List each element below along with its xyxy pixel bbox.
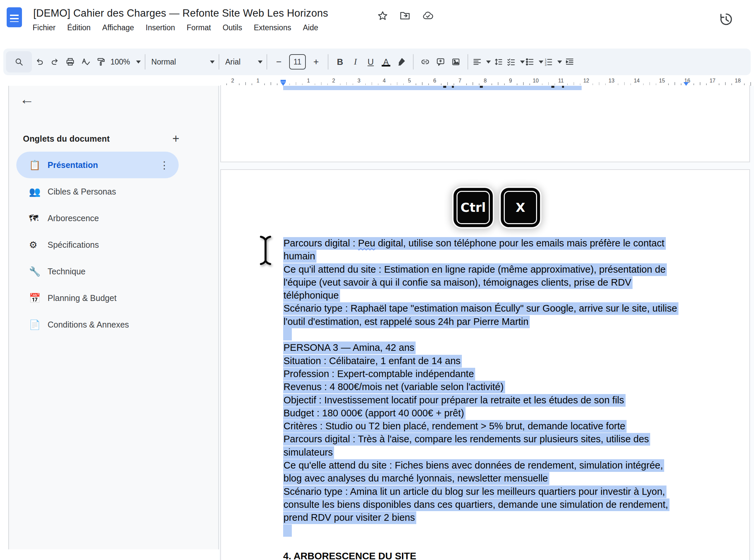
doc-line[interactable]: l'équipe (veut savoir à qui il confie sa… — [283, 276, 752, 289]
ruler-number: 2 — [332, 78, 335, 84]
tab-label: Arborescence — [47, 214, 99, 223]
font-size-increase-button[interactable]: + — [308, 53, 324, 71]
print-button[interactable] — [62, 53, 78, 71]
toolbar-divider — [267, 54, 267, 69]
tab-cibles-personas[interactable]: 👥 Cibles & Personas — [16, 178, 179, 205]
next-section-heading[interactable]: 4. ARBORESCENCE DU SITE — [283, 551, 416, 560]
tab-planning-budget[interactable]: 📅 Planning & Budget — [16, 285, 179, 311]
star-icon[interactable] — [377, 10, 389, 22]
menu-aide[interactable]: Aide — [303, 23, 318, 32]
font-select[interactable]: Arial — [223, 53, 263, 71]
highlight-color-button[interactable] — [394, 53, 409, 71]
doc-line[interactable]: blog avec analyses du marché lyonnais, n… — [283, 472, 752, 485]
insert-comment-button[interactable] — [433, 53, 448, 71]
spellcheck-button[interactable] — [78, 53, 93, 71]
svg-text:3: 3 — [545, 63, 546, 66]
menu-affichage[interactable]: Affichage — [102, 23, 134, 32]
doc-line[interactable]: Profession : Expert-comptable indépendan… — [283, 367, 752, 380]
doc-line[interactable]: Parcours digital : Peu digital, utilise … — [283, 237, 752, 250]
document-canvas[interactable]: Parcours digital : Peu digital, utilise … — [219, 86, 754, 560]
main-toolbar: 100%NormalArial−11+BIUA123 — [3, 48, 751, 75]
zoom-select[interactable]: 100% — [109, 53, 141, 71]
tab-conditions-annexes[interactable]: 📄 Conditions & Annexes — [16, 311, 179, 338]
numbered-list-button[interactable]: 123 — [543, 53, 562, 71]
ruler-number: 2 — [231, 78, 234, 84]
selected-text-block[interactable]: Parcours digital : Peu digital, utilise … — [283, 237, 752, 537]
bold-button[interactable]: B — [332, 53, 348, 71]
tab-label: Présentation — [47, 160, 98, 170]
line-spacing-button[interactable] — [491, 53, 506, 71]
tab-arborescence[interactable]: 🗺 Arborescence — [16, 205, 179, 232]
font-size-value[interactable]: 11 — [287, 53, 308, 71]
ctrl-key-overlay: Ctrl — [453, 188, 493, 227]
menu-extensions[interactable]: Extensions — [254, 23, 291, 32]
tab-technique[interactable]: 🔧 Technique — [16, 258, 179, 285]
add-tab-button[interactable]: + — [172, 132, 179, 146]
ruler-number: 8 — [484, 78, 487, 84]
doc-line[interactable]: Scénario type : Amina lit un article du … — [283, 485, 752, 498]
align-button[interactable] — [472, 53, 491, 71]
indent-button[interactable] — [562, 53, 577, 71]
doc-line[interactable] — [283, 524, 752, 537]
redo-button[interactable] — [47, 53, 62, 71]
doc-line[interactable]: Critères : Studio ou T2 bien placé, rend… — [283, 420, 752, 433]
search-button[interactable] — [6, 51, 32, 73]
menu-edition[interactable]: Édition — [67, 23, 91, 32]
menu-fichier[interactable]: Fichier — [33, 23, 56, 32]
ruler-number: 18 — [735, 78, 741, 84]
back-arrow-icon[interactable]: ← — [20, 92, 34, 106]
page-1[interactable] — [220, 85, 750, 162]
menu-insertion[interactable]: Insertion — [146, 23, 175, 32]
paragraph-style-select[interactable]: Normal — [149, 53, 215, 71]
tab-label: Planning & Budget — [47, 293, 116, 303]
clipped-selected-line — [283, 86, 582, 90]
checklist-button[interactable] — [506, 53, 525, 71]
doc-line[interactable]: Objectif : Investissement locatif pour p… — [283, 394, 752, 407]
bulleted-list-button[interactable] — [525, 53, 543, 71]
move-folder-icon[interactable] — [399, 10, 411, 22]
menu-outils[interactable]: Outils — [223, 23, 242, 32]
docs-logo-icon[interactable] — [7, 7, 22, 27]
toolbar-divider — [413, 54, 413, 69]
doc-line[interactable]: Ce qu'elle attend du site : Fiches biens… — [283, 459, 752, 472]
insert-image-button[interactable] — [448, 53, 464, 71]
insert-link-button[interactable] — [418, 53, 433, 71]
text-color-button[interactable]: A — [378, 53, 394, 71]
tab-icon: 🗺 — [29, 213, 44, 224]
cloud-saved-icon[interactable] — [421, 10, 434, 22]
doc-line[interactable]: consulte les biens disponibles dans ces … — [283, 498, 752, 511]
doc-line[interactable]: humain — [283, 250, 752, 263]
italic-button[interactable]: I — [348, 53, 363, 71]
menu-format[interactable]: Format — [187, 23, 211, 32]
ruler-number: 1 — [256, 78, 259, 84]
doc-line[interactable]: Budget : 180 000€ (apport 40 000€ + prêt… — [283, 407, 752, 420]
version-history-icon[interactable] — [718, 11, 734, 28]
doc-line[interactable]: l'outil d'estimation, est rappelé sous 2… — [283, 315, 752, 328]
paint-format-button[interactable] — [93, 53, 109, 71]
doc-line[interactable]: Situation : Célibataire, 1 enfant de 14 … — [283, 355, 752, 367]
left-indent-marker[interactable] — [281, 80, 286, 86]
underline-button[interactable]: U — [363, 53, 378, 71]
tab-pre-sentation[interactable]: 📋 Présentation⋮ — [16, 152, 179, 178]
toolbar-divider — [145, 54, 146, 69]
document-title[interactable]: [DEMO] Cahier des Charges — Refonte Site… — [33, 7, 328, 19]
doc-line[interactable]: Ce qu'il attend du site : Estimation en … — [283, 263, 752, 276]
doc-line[interactable]: prend RDV pour visiter 2 biens — [283, 511, 752, 524]
misspelled-word[interactable]: Peu — [358, 238, 375, 248]
tab-label: Cibles & Personas — [47, 187, 116, 197]
font-size-decrease-button[interactable]: − — [271, 53, 287, 71]
tab-options-icon[interactable]: ⋮ — [159, 159, 169, 171]
text-cursor-ibeam — [258, 235, 273, 267]
ruler-number: 7 — [459, 78, 462, 84]
doc-line[interactable]: Scénario type : Raphaël tape "estimation… — [283, 302, 752, 315]
doc-line[interactable]: téléphonique — [283, 289, 752, 302]
tab-icon: 📋 — [29, 160, 44, 171]
doc-line[interactable]: simulateurs — [283, 446, 752, 459]
undo-button[interactable] — [32, 53, 47, 71]
right-indent-marker[interactable] — [683, 82, 689, 86]
doc-line[interactable]: Revenus : 4 800€/mois net (variable selo… — [283, 380, 752, 394]
doc-line[interactable] — [283, 328, 752, 341]
doc-line[interactable]: Parcours digital : Très à l'aise, compar… — [283, 433, 752, 446]
doc-line[interactable]: PERSONA 3 — Amina, 42 ans — [283, 341, 752, 354]
tab-spe-cifications[interactable]: ⚙ Spécifications — [16, 232, 179, 258]
